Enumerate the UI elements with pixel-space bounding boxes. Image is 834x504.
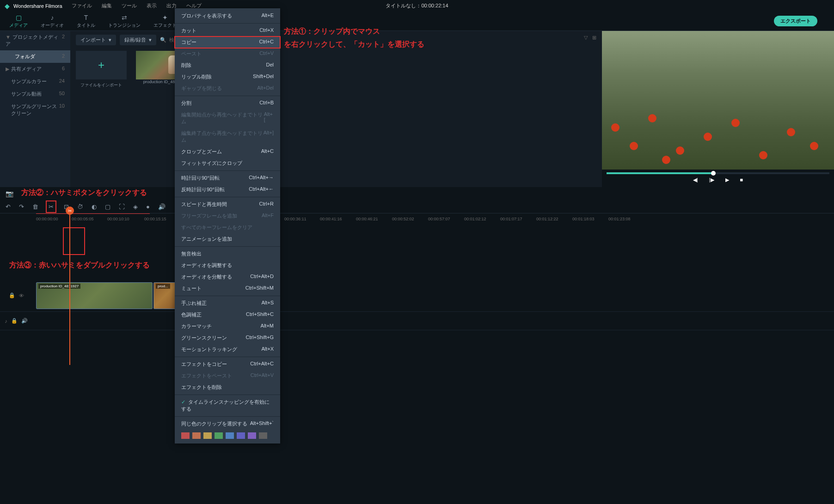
color-swatch[interactable] xyxy=(259,432,267,439)
undo-button[interactable]: ↶ xyxy=(6,203,11,210)
context-menu-item[interactable]: プロパティを表示するAlt+E xyxy=(175,10,280,22)
color-swatch[interactable] xyxy=(181,432,190,439)
color-swatch[interactable] xyxy=(215,432,223,439)
context-menu-item[interactable]: リップル削除Shift+Del xyxy=(175,71,280,83)
playhead-scissors-icon[interactable]: ✂ xyxy=(66,206,74,215)
context-menu-item[interactable]: スピードと再生時間Ctrl+R xyxy=(175,199,280,210)
lock-icon[interactable]: 🔒 xyxy=(9,292,15,298)
context-menu-item[interactable]: 反時計回り90°回転Ctrl+Alt+← xyxy=(175,184,280,195)
sidebar-item-sample-color[interactable]: サンプルカラー24 xyxy=(0,75,70,88)
fit-button[interactable]: ⛶ xyxy=(119,203,125,210)
preview-video[interactable] xyxy=(602,31,834,170)
volume-icon[interactable]: 🔊 xyxy=(21,318,28,324)
audio-button[interactable]: 🔊 xyxy=(158,203,166,210)
context-menu-item[interactable]: クロップとズームAlt+C xyxy=(175,146,280,158)
context-menu-item[interactable]: ✓タイムラインスナッピングを有効にする xyxy=(175,396,280,415)
timeline-clip[interactable]: production ID_4811927 xyxy=(36,282,153,309)
context-menu-item[interactable]: オーディオを調整する xyxy=(175,260,280,271)
sidebar-item-project-media[interactable]: ▼プロジェクトメディア2 xyxy=(0,31,70,50)
playhead[interactable]: ✂ xyxy=(69,210,70,365)
lock-icon[interactable]: 🔒 xyxy=(11,318,18,324)
tab-transition[interactable]: ⇄トランジション xyxy=(102,12,147,30)
context-menu-item[interactable]: エフェクトをコピーCtrl+Alt+C xyxy=(175,358,280,370)
context-menu-item: エフェクトをペーストCtrl+Alt+V xyxy=(175,370,280,382)
play-button[interactable]: ▶ xyxy=(725,177,729,183)
record-button[interactable]: ● xyxy=(146,203,150,210)
record-dropdown[interactable]: 録画/録音▾ xyxy=(120,35,156,45)
context-menu-item[interactable]: 同じ色のクリップを選択するAlt+Shift+` xyxy=(175,418,280,430)
menu-file[interactable]: ファイル xyxy=(72,3,92,8)
camera-icon[interactable]: 📷 xyxy=(6,190,13,197)
preview-panel: ◀| |▶ ▶ ■ xyxy=(602,31,834,187)
import-file-button[interactable]: + ファイルをインポート xyxy=(76,51,127,88)
sidebar-item-folder[interactable]: フォルダ2 xyxy=(0,50,70,63)
tab-media[interactable]: ▢メディア xyxy=(3,12,34,30)
import-dropdown[interactable]: インポート▾ xyxy=(76,35,116,45)
chevron-down-icon: ▾ xyxy=(109,37,111,43)
menu-help[interactable]: ヘルプ xyxy=(186,3,202,8)
prev-button[interactable]: ◀| xyxy=(693,177,698,183)
color-swatch[interactable] xyxy=(203,432,212,439)
context-menu-item: 編集開始点から再生ヘッドまでトリムAlt+[ xyxy=(175,109,280,128)
context-menu-item[interactable]: 削除Del xyxy=(175,60,280,71)
context-menu-item[interactable]: カラーマッチAlt+M xyxy=(175,321,280,332)
context-menu-item[interactable]: アニメーションを追加 xyxy=(175,233,280,245)
context-menu-item[interactable]: コピーCtrl+C xyxy=(175,36,280,48)
context-menu-item[interactable]: 色調補正Ctrl+Shift+C xyxy=(175,309,280,321)
context-menu-item[interactable]: ミュートCtrl+Shift+M xyxy=(175,283,280,294)
search-input[interactable]: 🔍検 xyxy=(160,36,174,43)
color-swatch[interactable] xyxy=(226,432,234,439)
app-name: Wondershare Filmora xyxy=(13,3,62,9)
delete-button[interactable]: 🗑 xyxy=(32,203,38,210)
color-swatch[interactable] xyxy=(192,432,201,439)
color-swatch[interactable] xyxy=(237,432,245,439)
context-menu-item: フリーズフレームを追加Alt+F xyxy=(175,210,280,222)
menu-edit[interactable]: 編集 xyxy=(102,3,112,8)
context-menu-item[interactable]: カットCtrl+X xyxy=(175,25,280,36)
green-button[interactable]: ▢ xyxy=(105,203,110,210)
color-button[interactable]: ◐ xyxy=(92,203,97,210)
timeline-clip[interactable]: prod... xyxy=(153,282,177,309)
context-menu-item[interactable]: 手ぶれ補正Alt+S xyxy=(175,298,280,309)
audio-icon: ♪ xyxy=(51,14,54,21)
scissors-button[interactable]: ✂ xyxy=(47,201,55,212)
context-menu-item[interactable]: エフェクトを削除 xyxy=(175,382,280,393)
menu-view[interactable]: 表示 xyxy=(147,3,157,8)
sidebar-item-sample-video[interactable]: サンプル動画50 xyxy=(0,88,70,100)
context-menu-item[interactable]: グリーンスクリーンCtrl+Shift+G xyxy=(175,332,280,344)
sidebar: ▼プロジェクトメディア2 フォルダ2 ▶共有メディア6 サンプルカラー24 サン… xyxy=(0,31,70,187)
context-menu-item[interactable]: 無音検出 xyxy=(175,248,280,260)
grid-icon[interactable]: ⊞ xyxy=(592,35,596,41)
export-button[interactable]: エクスポート xyxy=(774,16,817,26)
menu-output[interactable]: 出力 xyxy=(166,3,177,8)
transition-icon: ⇄ xyxy=(122,14,127,21)
context-menu-item[interactable]: 時計回り90°回転Ctrl+Alt+→ xyxy=(175,172,280,184)
filter-icon[interactable]: ▽ xyxy=(584,35,588,41)
effect-icon: ✦ xyxy=(162,14,168,21)
app-logo: ◆ xyxy=(5,2,10,10)
menu-tool[interactable]: ツール xyxy=(122,3,137,8)
video-track[interactable]: 🔒👁 production ID_4811927 prod... xyxy=(0,279,834,312)
context-menu-item[interactable]: 分割Ctrl+B xyxy=(175,97,280,109)
context-menu-item[interactable]: オーディオを分離するCtrl+Alt+D xyxy=(175,271,280,283)
ribbon: ▢メディア ♪オーディオ Tタイトル ⇄トランジション ✦エフェクト ⬡エレメン… xyxy=(0,12,834,31)
timeline-toolbar: ↶ ↷ 🗑 ✂ ⊡ ⏱ ◐ ▢ ⛶ ◈ ● 🔊 xyxy=(0,200,834,213)
context-menu-item: 編集終了点から再生ヘッドまでトリムAlt+] xyxy=(175,128,280,146)
context-menu-item[interactable]: フィットサイズにクロップ xyxy=(175,158,280,169)
tab-audio[interactable]: ♪オーディオ xyxy=(34,12,70,30)
marker-button[interactable]: ◈ xyxy=(133,203,138,210)
eye-icon[interactable]: 👁 xyxy=(19,293,24,298)
audio-track[interactable]: ♪🔒🔊 xyxy=(0,312,834,330)
color-swatch[interactable] xyxy=(248,432,256,439)
context-menu-item: すべてのキーフレームをクリア xyxy=(175,222,280,233)
redo-button[interactable]: ↷ xyxy=(19,203,24,210)
stop-button[interactable]: ■ xyxy=(740,177,743,183)
sidebar-item-shared-media[interactable]: ▶共有メディア6 xyxy=(0,63,70,75)
sidebar-item-sample-green[interactable]: サンプルグリーンスクリーン10 xyxy=(0,100,70,120)
tab-title[interactable]: Tタイトル xyxy=(70,12,102,30)
speed-button[interactable]: ⏱ xyxy=(77,203,83,210)
context-menu-item: ペーストCtrl+V xyxy=(175,48,280,60)
context-menu-item[interactable]: モーショントラッキングAlt+X xyxy=(175,344,280,355)
next-button[interactable]: |▶ xyxy=(709,177,714,183)
timeline-ruler[interactable]: 00:00:00:0000:00:05:0500:00:10:1000:00:1… xyxy=(0,213,834,224)
